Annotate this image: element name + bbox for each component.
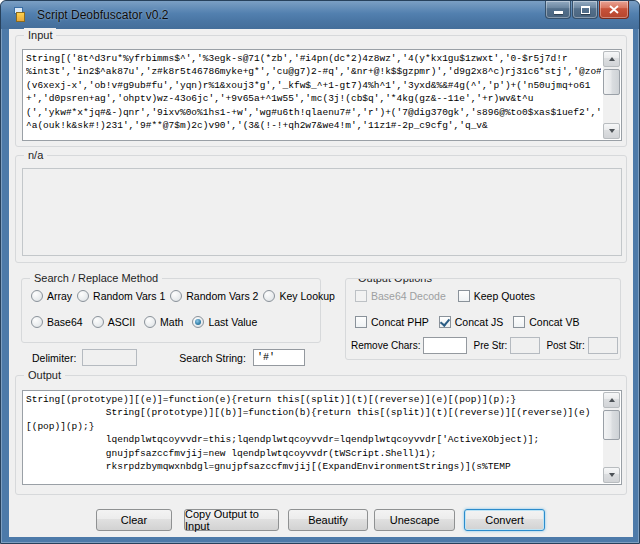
arrow-up-icon (609, 398, 615, 402)
convert-button[interactable]: Convert (464, 509, 545, 531)
input-line: String[('8t^d3ru*%yfrbimms$^','%3egk-s@7… (26, 52, 601, 65)
radio-random-vars-1[interactable]: Random Vars 1 (77, 290, 165, 302)
radio-icon (31, 290, 43, 302)
clear-button[interactable]: Clear (96, 509, 172, 531)
window-title: Script Deobfuscator v0.2 (37, 8, 168, 22)
radio-icon (144, 316, 156, 328)
radio-math[interactable]: Math (144, 316, 183, 328)
input-textarea[interactable]: String[('8t^d3ru*%yfrbimms$^','%3egk-s@7… (22, 49, 622, 141)
radio-label: Random Vars 1 (93, 290, 165, 302)
delimiter-row: Delimiter: Search String: (32, 348, 305, 367)
close-icon (609, 5, 619, 14)
scroll-thumb[interactable] (603, 69, 620, 95)
scroll-thumb[interactable] (603, 410, 620, 440)
options-row-1: Base64 Decode Keep Quotes (355, 290, 535, 302)
radio-array[interactable]: Array (31, 290, 72, 302)
checkbox-icon (513, 316, 525, 328)
remove-chars-label: Remove Chars: (351, 340, 420, 351)
radio-label: Last Value (208, 316, 257, 328)
na-group: n/a (15, 155, 627, 263)
arrow-up-icon (609, 57, 615, 61)
scroll-up-button[interactable] (603, 392, 620, 408)
title-bar: Script Deobfuscator v0.2 (1, 1, 639, 29)
checkbox-icon (355, 290, 367, 302)
radio-selected-icon (192, 316, 204, 328)
app-window: Script Deobfuscator v0.2 Input String[('… (0, 0, 640, 544)
method-row-1: Array Random Vars 1 Random Vars 2 Key Lo… (31, 290, 335, 302)
radio-last-value[interactable]: Last Value (192, 316, 257, 328)
search-string-input[interactable] (253, 349, 305, 366)
checkbox-concat-js[interactable]: Concat JS (439, 316, 503, 328)
options-row-2: Concat PHP Concat JS Concat VB (355, 316, 579, 328)
pre-str-label: Pre Str: (473, 340, 507, 351)
checkbox-base64-decode: Base64 Decode (355, 290, 446, 302)
input-group-label: Input (24, 28, 56, 42)
checkbox-keep-quotes[interactable]: Keep Quotes (458, 290, 535, 302)
window-controls (544, 1, 629, 19)
unescape-button[interactable]: Unescape (374, 509, 455, 531)
checkbox-label: Concat PHP (371, 316, 429, 328)
input-text: String[('8t^d3ru*%yfrbimms$^','%3egk-s@7… (26, 52, 601, 138)
radio-icon (31, 316, 43, 328)
input-line: (v6xexj-x','ob!v#g9ub#fu','yqn)r%1&xouj3… (26, 79, 601, 92)
app-icon (13, 7, 29, 23)
radio-label: Random Vars 2 (186, 290, 258, 302)
output-scrollbar[interactable] (603, 392, 620, 483)
output-textarea[interactable]: String[(prototype)][(e)]=function(e){ret… (22, 390, 622, 485)
close-button[interactable] (599, 1, 629, 19)
scroll-up-button[interactable] (603, 51, 620, 67)
radio-key-lookup[interactable]: Key Lookup (263, 290, 334, 302)
radio-icon (92, 316, 104, 328)
scroll-down-button[interactable] (603, 123, 620, 139)
minimize-button[interactable] (545, 1, 571, 19)
scroll-down-button[interactable] (603, 467, 620, 483)
output-group-label: Output (24, 368, 65, 382)
radio-icon (170, 290, 182, 302)
pre-str-input (510, 337, 540, 354)
output-text: String[(prototype)][(e)]=function(e){ret… (26, 393, 601, 482)
checkbox-concat-vb[interactable]: Concat VB (513, 316, 579, 328)
output-line: rksrpdzbymqwxnbdgl=gnujpfsazccfmvjij[(Ex… (26, 460, 601, 473)
options-group: Output Options Base64 Decode Keep Quotes… (345, 278, 621, 360)
radio-base64[interactable]: Base64 (31, 316, 83, 328)
search-string-label: Search String: (179, 352, 246, 364)
remove-chars-input[interactable] (423, 337, 467, 354)
maximize-button[interactable] (572, 1, 598, 19)
input-line: +','d0psren+ag','ohptv)wz-43o6jc','+9v65… (26, 92, 601, 105)
output-line: lqendplwtqcoyvvdr=this;lqendplwtqcoyvvdr… (26, 433, 601, 446)
method-group: Search / Replace Method Array Random Var… (21, 278, 321, 343)
options-fields-row: Remove Chars: Pre Str: Post Str: (351, 337, 616, 354)
checkbox-icon (458, 290, 470, 302)
beautify-button[interactable]: Beautify (288, 509, 368, 531)
output-group: Output String[(prototype)][(e)]=function… (15, 375, 627, 495)
radio-ascii[interactable]: ASCII (92, 316, 135, 328)
arrow-down-icon (609, 473, 615, 477)
delimiter-input (82, 349, 137, 366)
copy-output-to-input-button[interactable]: Copy Output to Input (184, 509, 279, 531)
input-line: (','ykw#*x*jq#&-)qnr','9ixv%0o%1hs1-+w',… (26, 106, 601, 119)
checkbox-label: Concat VB (529, 316, 579, 328)
output-line: [(pop)](p);} (26, 420, 601, 433)
minimize-icon (554, 11, 563, 14)
checkbox-checked-icon (439, 316, 451, 328)
radio-label: Array (47, 290, 72, 302)
delimiter-label: Delimiter: (32, 352, 76, 364)
output-line: String[(prototype)][(e)]=function(e){ret… (26, 393, 601, 406)
checkbox-label: Concat JS (455, 316, 503, 328)
radio-random-vars-2[interactable]: Random Vars 2 (170, 290, 258, 302)
post-str-input (588, 337, 618, 354)
checkbox-label: Base64 Decode (371, 290, 446, 302)
input-line: %int3t','in2$^ak87u','z#k8r5t46786myke+g… (26, 65, 601, 78)
input-scrollbar[interactable] (603, 51, 620, 139)
output-line: gnujpfsazccfmvjij=new lqendplwtqcoyvvdr(… (26, 447, 601, 460)
checkbox-concat-php[interactable]: Concat PHP (355, 316, 429, 328)
output-line: String[(prototype)][(b)]=function(b){ret… (26, 406, 601, 419)
checkbox-label: Keep Quotes (474, 290, 535, 302)
radio-label: ASCII (108, 316, 135, 328)
checkbox-icon (355, 316, 367, 328)
na-group-label: n/a (24, 148, 47, 162)
na-textarea (22, 168, 622, 256)
maximize-icon (581, 6, 590, 14)
input-line: ^a(ouk!k&sk#!)231','9#**@7$m)2c)v90','(3… (26, 119, 601, 132)
input-group: Input String[('8t^d3ru*%yfrbimms$^','%3e… (15, 35, 627, 147)
